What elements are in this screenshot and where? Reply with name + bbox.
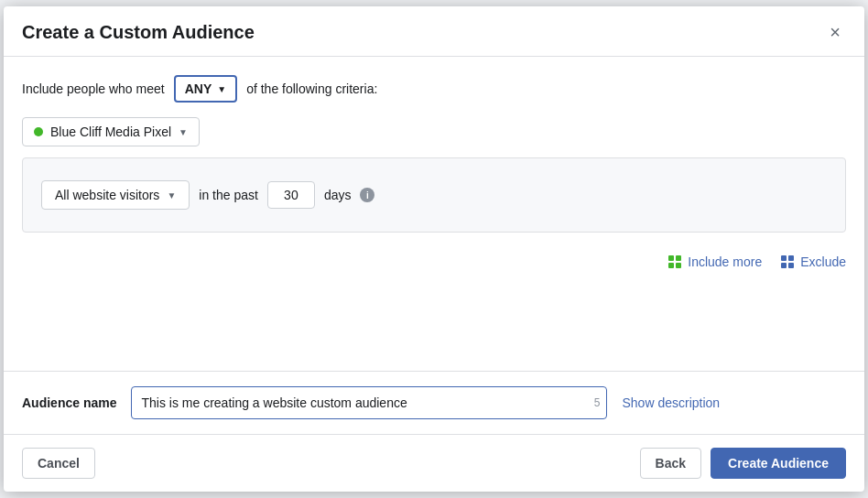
create-audience-button[interactable]: Create Audience [711,448,846,479]
exclude-link[interactable]: Exclude [780,254,846,269]
visitors-dropdown[interactable]: All website visitors ▼ [41,180,190,210]
modal-footer-bottom: Cancel Back Create Audience [4,434,864,492]
include-more-icon [667,254,682,269]
chevron-down-icon: ▼ [217,84,226,94]
cancel-button[interactable]: Cancel [22,448,95,479]
char-count: 5 [594,396,601,409]
visitors-label: All website visitors [55,188,159,202]
exclude-icon [780,254,795,269]
modal-body: Include people who meet ANY ▼ of the fol… [4,57,864,371]
audience-name-label: Audience name [22,395,116,410]
create-custom-audience-modal: Create a Custom Audience × Include peopl… [4,6,864,492]
close-button[interactable]: × [824,21,846,43]
pixel-selector[interactable]: Blue Cliff Media Pixel ▼ [22,117,200,146]
modal-title: Create a Custom Audience [22,22,255,43]
show-description-link[interactable]: Show description [622,395,720,410]
modal-header: Create a Custom Audience × [4,6,864,57]
days-input[interactable] [267,181,315,209]
action-row: Include more Exclude [22,247,846,284]
include-more-link[interactable]: Include more [667,254,762,269]
criteria-middle-text: of the following criteria: [246,81,377,96]
svg-rect-3 [676,263,681,268]
rule-row: All website visitors ▼ in the past days … [41,180,827,210]
svg-rect-2 [668,263,674,268]
pixel-label: Blue Cliff Media Pixel [50,124,171,139]
any-label: ANY [185,81,212,96]
audience-name-input[interactable] [131,386,607,419]
in-the-past-text: in the past [199,188,258,202]
back-button[interactable]: Back [640,448,701,479]
svg-rect-4 [781,255,787,261]
svg-rect-0 [668,255,674,261]
audience-name-section: Audience name 5 Show description [4,371,864,434]
criteria-row: Include people who meet ANY ▼ of the fol… [22,75,846,103]
criteria-intro-text: Include people who meet [22,81,165,96]
svg-rect-5 [788,255,794,261]
pixel-status-dot [34,127,43,136]
chevron-down-icon: ▼ [167,190,176,200]
svg-rect-7 [788,263,794,268]
exclude-label: Exclude [800,254,846,269]
footer-right-buttons: Back Create Audience [640,448,846,479]
include-more-label: Include more [688,254,762,269]
chevron-down-icon: ▼ [179,127,188,137]
any-dropdown[interactable]: ANY ▼ [174,75,237,103]
audience-name-wrapper: 5 [131,386,607,419]
svg-rect-1 [676,255,681,261]
info-icon[interactable]: i [360,188,374,202]
rule-box: All website visitors ▼ in the past days … [22,157,846,233]
svg-rect-6 [781,263,787,268]
days-label: days [324,188,352,202]
